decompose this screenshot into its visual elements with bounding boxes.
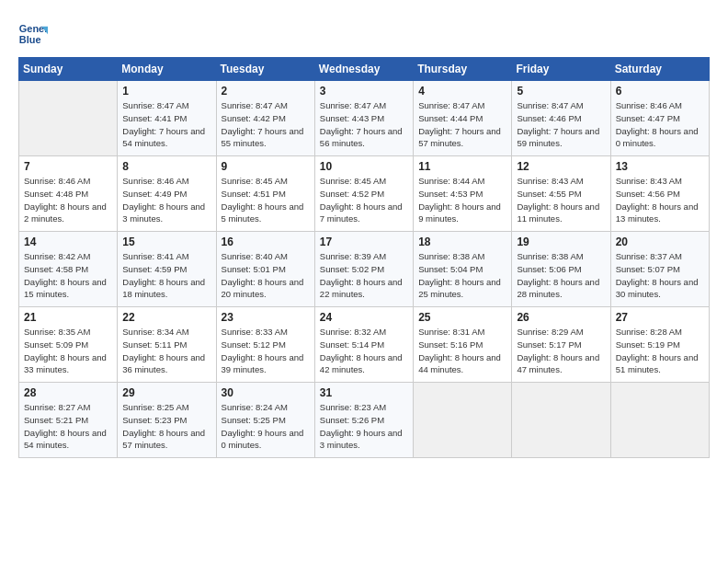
calendar-cell: 16Sunrise: 8:40 AMSunset: 5:01 PMDayligh…	[216, 232, 314, 307]
calendar-week-row: 21Sunrise: 8:35 AMSunset: 5:09 PMDayligh…	[19, 307, 710, 383]
calendar-cell: 2Sunrise: 8:47 AMSunset: 4:42 PMDaylight…	[216, 81, 314, 156]
svg-text:General: General	[19, 23, 48, 34]
day-number: 14	[24, 236, 112, 248]
day-number: 6	[616, 85, 704, 98]
day-detail: Sunrise: 8:34 AMSunset: 5:11 PMDaylight:…	[122, 327, 205, 374]
calendar-week-row: 1Sunrise: 8:47 AMSunset: 4:41 PMDaylight…	[19, 81, 710, 156]
day-number: 17	[320, 236, 408, 248]
day-number: 23	[222, 311, 310, 324]
day-detail: Sunrise: 8:40 AMSunset: 5:01 PMDaylight:…	[222, 251, 304, 299]
calendar-week-row: 28Sunrise: 8:27 AMSunset: 5:21 PMDayligh…	[19, 383, 710, 458]
calendar-cell: 22Sunrise: 8:34 AMSunset: 5:11 PMDayligh…	[118, 307, 216, 383]
calendar-cell: 4Sunrise: 8:47 AMSunset: 4:44 PMDaylight…	[414, 81, 512, 156]
day-detail: Sunrise: 8:38 AMSunset: 5:06 PMDaylight:…	[517, 251, 599, 299]
svg-text:Blue: Blue	[19, 34, 41, 45]
day-detail: Sunrise: 8:46 AMSunset: 4:49 PMDaylight:…	[122, 176, 205, 224]
day-number: 22	[122, 311, 210, 324]
day-number: 27	[616, 311, 704, 324]
day-number: 25	[418, 311, 506, 324]
day-number: 18	[418, 236, 506, 248]
day-detail: Sunrise: 8:46 AMSunset: 4:48 PMDaylight:…	[24, 176, 107, 224]
day-number: 4	[418, 85, 506, 98]
weekday-header: Friday	[512, 58, 610, 81]
day-detail: Sunrise: 8:24 AMSunset: 5:25 PMDaylight:…	[222, 402, 304, 450]
calendar-cell: 5Sunrise: 8:47 AMSunset: 4:46 PMDaylight…	[512, 81, 610, 156]
day-detail: Sunrise: 8:47 AMSunset: 4:43 PMDaylight:…	[320, 100, 403, 148]
day-detail: Sunrise: 8:44 AMSunset: 4:53 PMDaylight:…	[418, 176, 501, 224]
day-number: 20	[616, 236, 704, 248]
calendar-body: 1Sunrise: 8:47 AMSunset: 4:41 PMDaylight…	[19, 81, 710, 458]
calendar-cell: 12Sunrise: 8:43 AMSunset: 4:55 PMDayligh…	[512, 156, 610, 232]
header: General Blue	[18, 17, 710, 50]
calendar-cell	[19, 81, 118, 156]
day-detail: Sunrise: 8:32 AMSunset: 5:14 PMDaylight:…	[320, 327, 403, 374]
day-detail: Sunrise: 8:37 AMSunset: 5:07 PMDaylight:…	[616, 251, 699, 299]
calendar-cell: 15Sunrise: 8:41 AMSunset: 4:59 PMDayligh…	[118, 232, 216, 307]
day-detail: Sunrise: 8:47 AMSunset: 4:42 PMDaylight:…	[222, 100, 304, 148]
day-number: 24	[320, 311, 408, 324]
calendar-cell: 19Sunrise: 8:38 AMSunset: 5:06 PMDayligh…	[512, 232, 610, 307]
day-detail: Sunrise: 8:23 AMSunset: 5:26 PMDaylight:…	[320, 402, 403, 450]
calendar-cell: 31Sunrise: 8:23 AMSunset: 5:26 PMDayligh…	[314, 383, 413, 458]
calendar-cell: 23Sunrise: 8:33 AMSunset: 5:12 PMDayligh…	[216, 307, 314, 383]
weekday-header: Saturday	[610, 58, 709, 81]
calendar-cell: 3Sunrise: 8:47 AMSunset: 4:43 PMDaylight…	[314, 81, 413, 156]
day-detail: Sunrise: 8:46 AMSunset: 4:47 PMDaylight:…	[616, 100, 699, 148]
day-number: 13	[616, 160, 704, 173]
day-number: 9	[222, 160, 310, 173]
day-number: 10	[320, 160, 408, 173]
day-number: 1	[122, 85, 210, 98]
calendar-cell	[414, 383, 512, 458]
calendar-cell: 1Sunrise: 8:47 AMSunset: 4:41 PMDaylight…	[118, 81, 216, 156]
day-detail: Sunrise: 8:33 AMSunset: 5:12 PMDaylight:…	[222, 327, 304, 374]
day-detail: Sunrise: 8:45 AMSunset: 4:51 PMDaylight:…	[222, 176, 304, 224]
day-detail: Sunrise: 8:47 AMSunset: 4:41 PMDaylight:…	[122, 100, 205, 148]
calendar-week-row: 7Sunrise: 8:46 AMSunset: 4:48 PMDaylight…	[19, 156, 710, 232]
calendar-cell: 10Sunrise: 8:45 AMSunset: 4:52 PMDayligh…	[314, 156, 413, 232]
day-number: 26	[517, 311, 605, 324]
day-detail: Sunrise: 8:25 AMSunset: 5:23 PMDaylight:…	[122, 402, 205, 450]
calendar-cell: 11Sunrise: 8:44 AMSunset: 4:53 PMDayligh…	[414, 156, 512, 232]
day-detail: Sunrise: 8:38 AMSunset: 5:04 PMDaylight:…	[418, 251, 501, 299]
day-number: 30	[222, 386, 310, 399]
weekday-header: Sunday	[19, 58, 118, 81]
calendar-cell: 26Sunrise: 8:29 AMSunset: 5:17 PMDayligh…	[512, 307, 610, 383]
day-detail: Sunrise: 8:42 AMSunset: 4:58 PMDaylight:…	[24, 251, 107, 299]
weekday-header: Wednesday	[314, 58, 413, 81]
day-number: 3	[320, 85, 408, 98]
calendar-cell: 8Sunrise: 8:46 AMSunset: 4:49 PMDaylight…	[118, 156, 216, 232]
calendar-cell: 9Sunrise: 8:45 AMSunset: 4:51 PMDaylight…	[216, 156, 314, 232]
logo: General Blue	[18, 20, 48, 50]
calendar-cell: 18Sunrise: 8:38 AMSunset: 5:04 PMDayligh…	[414, 232, 512, 307]
day-number: 11	[418, 160, 506, 173]
weekday-header: Monday	[118, 58, 216, 81]
day-detail: Sunrise: 8:43 AMSunset: 4:55 PMDaylight:…	[517, 176, 599, 224]
day-number: 8	[122, 160, 210, 173]
day-number: 19	[517, 236, 605, 248]
day-number: 12	[517, 160, 605, 173]
weekday-header: Tuesday	[216, 58, 314, 81]
calendar-cell: 28Sunrise: 8:27 AMSunset: 5:21 PMDayligh…	[19, 383, 118, 458]
calendar-cell: 25Sunrise: 8:31 AMSunset: 5:16 PMDayligh…	[414, 307, 512, 383]
calendar-cell	[610, 383, 709, 458]
day-detail: Sunrise: 8:35 AMSunset: 5:09 PMDaylight:…	[24, 327, 107, 374]
calendar-header-row: SundayMondayTuesdayWednesdayThursdayFrid…	[19, 58, 710, 81]
day-detail: Sunrise: 8:27 AMSunset: 5:21 PMDaylight:…	[24, 402, 107, 450]
calendar-cell: 7Sunrise: 8:46 AMSunset: 4:48 PMDaylight…	[19, 156, 118, 232]
day-number: 15	[122, 236, 210, 248]
day-number: 7	[24, 160, 112, 173]
day-number: 16	[222, 236, 310, 248]
day-detail: Sunrise: 8:41 AMSunset: 4:59 PMDaylight:…	[122, 251, 205, 299]
calendar-cell: 20Sunrise: 8:37 AMSunset: 5:07 PMDayligh…	[610, 232, 709, 307]
calendar-week-row: 14Sunrise: 8:42 AMSunset: 4:58 PMDayligh…	[19, 232, 710, 307]
day-detail: Sunrise: 8:47 AMSunset: 4:44 PMDaylight:…	[418, 100, 501, 148]
calendar-cell: 14Sunrise: 8:42 AMSunset: 4:58 PMDayligh…	[19, 232, 118, 307]
weekday-header: Thursday	[414, 58, 512, 81]
day-detail: Sunrise: 8:43 AMSunset: 4:56 PMDaylight:…	[616, 176, 699, 224]
logo-icon: General Blue	[18, 20, 48, 50]
calendar-cell: 27Sunrise: 8:28 AMSunset: 5:19 PMDayligh…	[610, 307, 709, 383]
calendar-cell: 30Sunrise: 8:24 AMSunset: 5:25 PMDayligh…	[216, 383, 314, 458]
calendar-cell: 29Sunrise: 8:25 AMSunset: 5:23 PMDayligh…	[118, 383, 216, 458]
calendar-cell: 13Sunrise: 8:43 AMSunset: 4:56 PMDayligh…	[610, 156, 709, 232]
day-number: 2	[222, 85, 310, 98]
